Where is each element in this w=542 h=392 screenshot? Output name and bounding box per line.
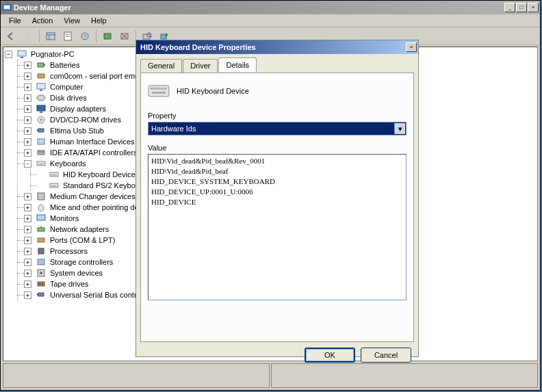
tab-general[interactable]: General (140, 59, 182, 73)
mouse-icon (36, 202, 47, 213)
tab-details[interactable]: Details (218, 57, 257, 72)
value-item[interactable]: HID\Vid_dead&Pid_beaf&Rev_0001 (151, 156, 403, 166)
tree-item-label: Standard PS/2 Keyboa (62, 181, 141, 190)
cancel-button[interactable]: Cancel (361, 348, 411, 363)
value-item[interactable]: HID_DEVICE (151, 197, 403, 207)
keyboard-icon (49, 169, 60, 180)
battery-icon (36, 60, 47, 70)
svg-point-52 (39, 283, 41, 285)
tool-back-icon[interactable] (3, 29, 18, 44)
tree-item-label: Processors (49, 247, 89, 255)
expand-icon[interactable]: + (24, 83, 31, 91)
tool-uninstall-icon[interactable] (117, 29, 132, 44)
dialog-title: HID Keyboard Device Properties (138, 43, 406, 51)
tool-properties-icon[interactable] (60, 29, 75, 44)
minimize-button[interactable]: _ (504, 3, 515, 12)
expand-icon[interactable]: - (24, 160, 31, 168)
chevron-down-icon[interactable]: ▾ (394, 123, 405, 134)
tab-driver[interactable]: Driver (183, 59, 218, 73)
tree-item-label: Eltima Usb Stub (49, 127, 105, 135)
tree-item-label: Storage controllers (49, 258, 114, 266)
svg-rect-1 (4, 5, 10, 9)
maximize-button[interactable]: □ (516, 3, 527, 12)
expand-icon[interactable]: + (24, 105, 31, 113)
menu-view[interactable]: View (58, 15, 86, 26)
separator (39, 30, 40, 42)
cd-icon (36, 114, 47, 125)
expand-icon[interactable]: + (24, 226, 31, 233)
expand-icon[interactable]: + (24, 259, 31, 266)
value-item[interactable]: HID_DEVICE_UP:0001_U:0006 (151, 187, 403, 197)
svg-rect-17 (161, 34, 166, 39)
svg-rect-18 (18, 51, 26, 56)
svg-rect-40 (51, 185, 57, 187)
tool-update-icon[interactable] (100, 29, 115, 44)
keyboard-icon (49, 180, 60, 191)
expand-icon[interactable]: + (24, 237, 31, 244)
network-icon (36, 224, 47, 235)
svg-rect-62 (164, 88, 166, 90)
tree-item-label: Monitors (49, 214, 80, 222)
ok-button[interactable]: OK (305, 348, 355, 363)
expand-icon[interactable]: + (24, 193, 31, 200)
svg-rect-30 (38, 129, 44, 132)
dialog-close-button[interactable]: × (406, 42, 417, 52)
svg-rect-47 (38, 248, 44, 254)
expand-icon[interactable]: + (24, 62, 31, 69)
value-item[interactable]: HID\Vid_dead&Pid_beaf (151, 166, 403, 177)
device-name-label: HID Keyboard Device (177, 87, 249, 95)
expand-icon[interactable]: − (5, 51, 12, 58)
usb-icon (36, 289, 47, 300)
svg-rect-46 (38, 238, 44, 242)
dialog-titlebar[interactable]: HID Keyboard Device Properties × (136, 40, 418, 54)
tree-item-label: Universal Serial Bus contro (49, 291, 142, 299)
svg-point-25 (37, 95, 45, 101)
expand-icon[interactable]: + (24, 73, 31, 80)
svg-rect-43 (37, 215, 45, 220)
expand-icon[interactable]: + (24, 215, 31, 222)
menu-action[interactable]: Action (27, 15, 59, 26)
expand-icon[interactable]: + (24, 94, 31, 102)
expand-icon[interactable]: + (24, 270, 31, 277)
menu-file[interactable]: File (3, 15, 27, 26)
computer-icon (16, 49, 27, 60)
tool-help-icon[interactable]: ? (77, 29, 92, 44)
expand-icon[interactable]: + (24, 248, 31, 255)
expand-icon[interactable]: + (24, 149, 31, 157)
ide-icon (36, 147, 47, 158)
value-item[interactable]: HID_DEVICE_SYSTEM_KEYBOARD (151, 177, 403, 187)
tool-forward-icon[interactable] (21, 29, 36, 44)
svg-point-29 (40, 119, 42, 121)
expand-icon[interactable]: + (24, 127, 31, 135)
expand-icon[interactable]: + (24, 291, 31, 299)
system-icon (36, 267, 47, 278)
status-cell (271, 363, 538, 388)
tree-item-label: Keyboards (49, 159, 88, 168)
tree-item-label: Display adapters (49, 105, 107, 113)
svg-rect-36 (38, 164, 44, 165)
main-titlebar[interactable]: Device Manager _ □ × (1, 1, 540, 14)
expand-icon[interactable]: + (24, 280, 31, 288)
svg-rect-26 (37, 105, 45, 111)
display-icon (36, 103, 47, 114)
expand-icon[interactable]: + (24, 204, 31, 211)
expand-icon[interactable]: + (24, 138, 31, 146)
expand-icon[interactable]: + (24, 116, 31, 124)
tree-item-label: Tape drives (49, 280, 90, 288)
tree-item-label: IDE ATA/ATAPI controllers (49, 148, 139, 157)
svg-rect-10 (104, 34, 111, 39)
svg-rect-32 (38, 139, 44, 144)
hid-icon (36, 136, 47, 147)
property-label: Property (148, 112, 406, 120)
tree-item-label: Medium Changer devices (49, 192, 137, 200)
svg-rect-20 (38, 63, 44, 67)
menu-help[interactable]: Help (86, 15, 112, 26)
close-button[interactable]: × (528, 3, 539, 12)
property-combobox[interactable]: Hardware Ids ▾ (148, 122, 406, 135)
value-listbox[interactable]: HID\Vid_dead&Pid_beaf&Rev_0001HID\Vid_de… (148, 154, 406, 300)
app-icon (2, 3, 12, 12)
svg-rect-57 (151, 88, 153, 90)
svg-rect-33 (38, 151, 44, 155)
svg-rect-60 (159, 88, 161, 90)
tool-view-icon[interactable] (43, 29, 58, 44)
